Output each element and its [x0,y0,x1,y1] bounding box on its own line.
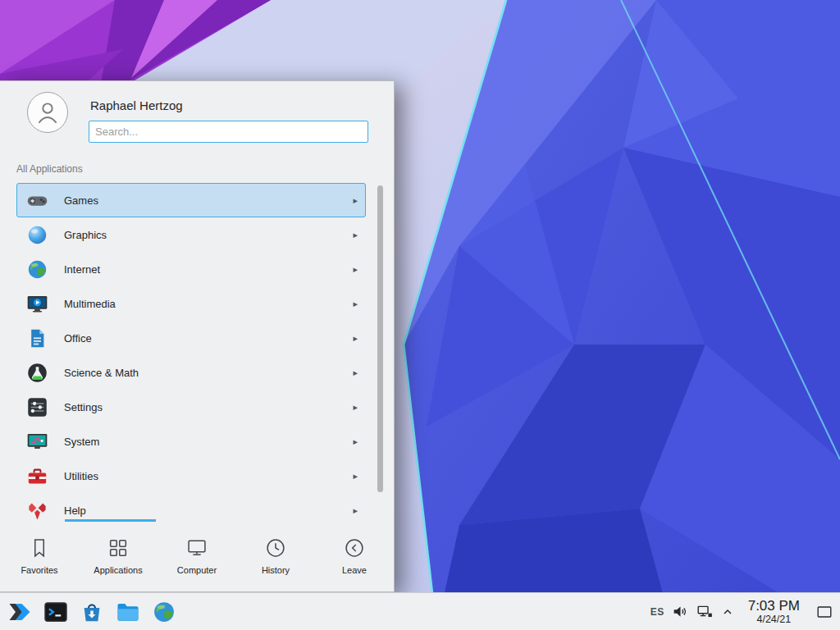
category-graphics[interactable]: Graphics ▸ [16,217,366,252]
folder-icon [116,600,140,624]
tab-label: Applications [94,565,142,575]
monitor-icon [185,536,208,559]
clock-date: 4/24/21 [748,614,800,625]
software-center-taskbar-button[interactable] [74,594,110,630]
category-office[interactable]: Office ▸ [16,321,366,355]
category-multimedia[interactable]: Multimedia ▸ [16,286,366,321]
category-label: Multimedia [64,298,353,310]
application-launcher-menu: Raphael Hertzog All Applications Games ▸ [0,80,395,592]
submenu-arrow-icon: ▸ [353,471,358,482]
tab-label: History [262,565,290,575]
category-label: Internet [64,263,353,276]
tab-label: Computer [177,565,217,575]
tray-expander-icon[interactable] [721,605,734,619]
submenu-arrow-icon: ▸ [353,368,358,378]
toolbox-icon [26,465,48,487]
desktop-peek-icon [815,603,833,621]
browser-globe-icon [152,600,176,624]
keyboard-layout-indicator[interactable]: ES [651,606,664,618]
terminal-taskbar-button[interactable] [38,594,74,630]
person-icon [34,98,62,126]
app-category-list: Games ▸ Graphics ▸ [0,183,394,519]
tab-history[interactable]: History [236,519,315,591]
submenu-arrow-icon: ▸ [353,402,358,413]
clock-icon [264,536,287,559]
leave-icon [343,536,366,559]
tab-leave[interactable]: Leave [315,519,394,591]
user-avatar[interactable] [27,92,68,133]
shopping-bag-icon [80,600,104,624]
user-name: Raphael Hertzog [90,98,183,112]
grid-icon [107,536,130,559]
category-games[interactable]: Games ▸ [16,183,366,217]
category-help[interactable]: Help ▸ [16,493,366,519]
category-settings[interactable]: Settings ▸ [16,390,366,424]
section-label: All Applications [0,153,394,183]
category-internet[interactable]: Internet ▸ [16,252,366,286]
category-label: Science & Math [64,367,353,379]
submenu-arrow-icon: ▸ [353,230,358,240]
file-manager-taskbar-button[interactable] [110,594,146,630]
kickoff-arrow-icon [7,600,32,624]
active-tab-indicator [65,519,155,522]
category-label: System [64,436,353,448]
category-science-math[interactable]: Science & Math ▸ [16,355,366,390]
launcher-header: Raphael Hertzog [0,81,394,153]
submenu-arrow-icon: ▸ [353,195,358,206]
category-label: Office [64,332,353,345]
submenu-arrow-icon: ▸ [353,299,358,309]
tab-favorites[interactable]: Favorites [0,519,79,591]
show-desktop-button[interactable] [814,594,835,630]
clock-time: 7:03 PM [748,598,800,614]
app-launcher-button[interactable] [2,594,38,630]
tab-computer[interactable]: Computer [158,519,236,591]
submenu-arrow-icon: ▸ [353,505,358,516]
multimedia-monitor-icon [26,293,48,315]
gamepad-icon [26,189,48,212]
office-document-icon [26,327,48,349]
science-flask-icon [26,362,48,384]
bookmark-icon [28,536,51,559]
graphics-ball-icon [26,224,48,246]
terminal-icon [43,600,68,624]
launcher-tab-bar: Favorites Applications Co [0,519,394,591]
system-tray: ES 7:03 PM 4/24/21 [651,594,838,630]
category-system[interactable]: System ▸ [16,424,366,459]
category-label: Games [64,194,353,207]
category-label: Help [64,504,353,517]
volume-icon[interactable] [672,603,689,620]
taskbar: ES 7:03 PM 4/24/21 [0,592,840,630]
category-label: Settings [64,401,353,413]
tab-label: Leave [342,565,367,575]
system-monitor-icon [26,431,48,453]
search-input[interactable] [89,121,368,143]
category-label: Utilities [64,470,353,482]
settings-sliders-icon [26,396,48,418]
submenu-arrow-icon: ▸ [353,333,358,344]
help-icon [26,500,48,520]
tab-applications[interactable]: Applications [79,519,158,591]
tab-label: Favorites [21,565,57,575]
network-icon[interactable] [696,603,714,620]
category-label: Graphics [64,229,353,241]
submenu-arrow-icon: ▸ [353,436,358,447]
digital-clock[interactable]: 7:03 PM 4/24/21 [748,598,800,625]
category-utilities[interactable]: Utilities ▸ [16,459,366,493]
scrollbar[interactable] [377,185,383,492]
web-browser-taskbar-button[interactable] [146,594,182,630]
submenu-arrow-icon: ▸ [353,264,358,275]
globe-icon [26,258,48,281]
